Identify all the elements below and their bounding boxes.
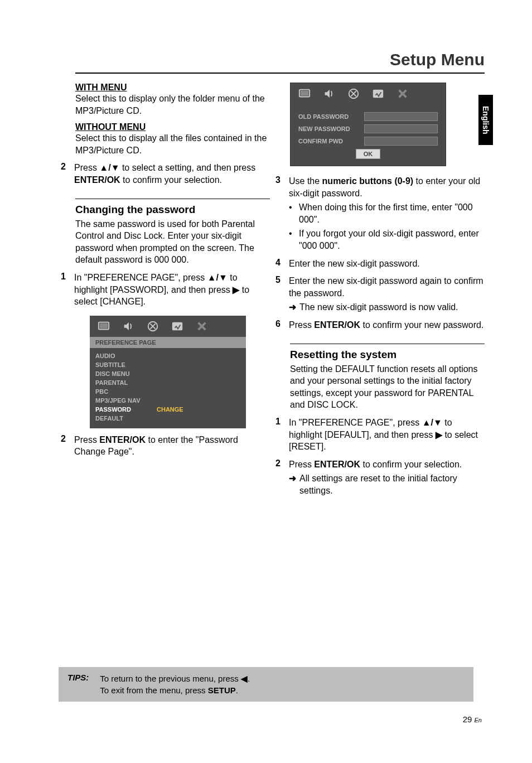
- t: ▲/▼: [99, 163, 119, 172]
- t: ENTER/OK: [314, 460, 360, 469]
- bullet-dot: •: [289, 228, 294, 252]
- close-icon: [195, 320, 209, 332]
- left-step2: 2 Press ▲/▼ to select a setting, and the…: [61, 162, 270, 186]
- old-password-row: OLD PASSWORD: [298, 112, 438, 121]
- t: to select a setting, and then press: [119, 163, 255, 172]
- t: numeric buttons (0-9): [322, 176, 414, 186]
- page-lang: En: [475, 717, 482, 723]
- osd-item: MP3/JPEG NAV: [95, 396, 240, 405]
- divider: [75, 199, 270, 199]
- osd-password-change: OLD PASSWORD NEW PASSWORD CONFIRM PWD OK: [290, 83, 446, 166]
- right-step3: 3 Use the numeric buttons (0-9) to enter…: [275, 175, 485, 252]
- reset-step2: 2 Press ENTER/OK to confirm your selecti…: [275, 458, 485, 497]
- reset-step1: 1 In "PREFERENCE PAGE", press ▲/▼ to hig…: [275, 417, 485, 453]
- result-text: The new six-digit password is now valid.: [299, 301, 458, 313]
- ok-button: OK: [356, 149, 380, 159]
- step-body: In "PREFERENCE PAGE", press ▲/▼ to highl…: [289, 417, 485, 453]
- left-step1b: 1 In "PREFERENCE PAGE", press ▲/▼ to hig…: [61, 272, 270, 308]
- osd-item: DISC MENU: [95, 369, 240, 378]
- page-title: Setup Menu: [75, 50, 485, 74]
- t: ENTER/OK: [314, 320, 360, 330]
- changing-password-body: The same password is used for both Paren…: [75, 218, 270, 266]
- osd-item: AUDIO: [95, 351, 240, 360]
- t: .: [248, 674, 250, 683]
- new-password-box: [364, 124, 438, 133]
- resetting-head: Resetting the system: [290, 349, 485, 361]
- t: Press: [289, 460, 314, 469]
- preference-icon: [371, 88, 385, 100]
- t: To return to the previous menu, press: [100, 674, 241, 683]
- step-number: 2: [61, 434, 69, 458]
- osd2-body: OLD PASSWORD NEW PASSWORD CONFIRM PWD OK: [291, 104, 446, 166]
- page-number-value: 29: [463, 714, 472, 724]
- t: In "PREFERENCE PAGE", press: [74, 273, 207, 282]
- without-menu-body: Select this to display all the files con…: [75, 132, 270, 156]
- osd-item: PARENTAL: [95, 378, 240, 387]
- step-number: 1: [275, 417, 283, 453]
- t: ▶: [233, 285, 239, 294]
- tips-text: To return to the previous menu, press ◀.…: [100, 673, 250, 696]
- osd-item: DEFAULT: [95, 414, 240, 423]
- step-number: 5: [275, 275, 283, 313]
- t: ◀: [241, 674, 248, 683]
- t: Enter the new six-digit password again t…: [289, 276, 483, 298]
- arrow-icon: ➜: [289, 301, 296, 313]
- confirm-password-row: CONFIRM PWD: [298, 137, 438, 146]
- t: ▲/▼: [207, 273, 228, 282]
- svg-rect-5: [301, 91, 309, 96]
- t: to confirm your new password.: [360, 320, 483, 330]
- step-body: Press ENTER/OK to confirm your new passw…: [289, 319, 483, 331]
- osd-body: AUDIO SUBTITLE DISC MENU PARENTAL PBC MP…: [90, 348, 246, 428]
- step-body: Press ▲/▼ to select a setting, and then …: [74, 162, 270, 186]
- svg-rect-7: [373, 90, 383, 98]
- step-number: 1: [61, 272, 69, 308]
- bullet-text: If you forgot your old six-digit passwor…: [299, 228, 485, 252]
- step-number: 4: [275, 258, 283, 270]
- osd-tab-icons: [90, 316, 246, 337]
- right-step6: 6 Press ENTER/OK to confirm your new pas…: [275, 319, 485, 331]
- bullet: •When doing this for the first time, ent…: [289, 201, 485, 225]
- left-step2b: 2 Press ENTER/OK to enter the "Password …: [61, 434, 270, 458]
- video-icon: [346, 88, 361, 100]
- confirm-password-box: [364, 137, 438, 146]
- audio-icon: [322, 88, 336, 100]
- general-icon: [96, 320, 111, 332]
- t: ENTER/OK: [74, 175, 120, 185]
- t: ▶: [436, 430, 442, 440]
- general-icon: [297, 88, 312, 100]
- bullet-dot: •: [289, 201, 294, 225]
- step-body: In "PREFERENCE PAGE", press ▲/▼ to highl…: [74, 272, 270, 308]
- step-body: Press ENTER/OK to enter the "Password Ch…: [74, 434, 270, 458]
- new-password-row: NEW PASSWORD: [298, 124, 438, 133]
- tips-label: TIPS:: [67, 673, 89, 696]
- t: ▲/▼: [422, 418, 442, 427]
- t: SETUP: [208, 685, 236, 695]
- osd-title: PREFERENCE PAGE: [90, 337, 246, 348]
- t: ENTER/OK: [99, 435, 146, 445]
- step-number: 6: [275, 319, 283, 331]
- close-icon: [395, 88, 410, 100]
- tips-bar: TIPS: To return to the previous menu, pr…: [59, 667, 473, 702]
- with-menu-head: WITH MENU: [75, 83, 270, 93]
- video-icon: [146, 320, 160, 332]
- right-step4: 4 Enter the new six-digit password.: [275, 258, 485, 270]
- step-number: 3: [275, 175, 283, 252]
- divider: [290, 344, 485, 344]
- changing-password-head: Changing the password: [75, 204, 270, 216]
- t: Press: [74, 163, 99, 172]
- bullet-text: When doing this for the first time, ente…: [299, 201, 485, 225]
- osd-item: PBC: [95, 387, 240, 396]
- left-column: WITH MENU Select this to display only th…: [75, 80, 270, 496]
- t: to confirm your selection.: [120, 175, 222, 185]
- step-number: 2: [275, 458, 283, 497]
- old-password-box: [364, 112, 438, 121]
- right-step5: 5 Enter the new six-digit password again…: [275, 275, 485, 313]
- audio-icon: [121, 320, 136, 332]
- language-tab: English: [478, 95, 493, 145]
- t: .: [236, 685, 238, 695]
- result-line: ➜The new six-digit password is now valid…: [289, 301, 485, 313]
- resetting-body: Setting the DEFAULT function resets all …: [290, 363, 485, 411]
- arrow-icon: ➜: [289, 472, 296, 496]
- language-tab-label: English: [481, 106, 490, 134]
- step-body: Enter the new six-digit password.: [289, 258, 420, 270]
